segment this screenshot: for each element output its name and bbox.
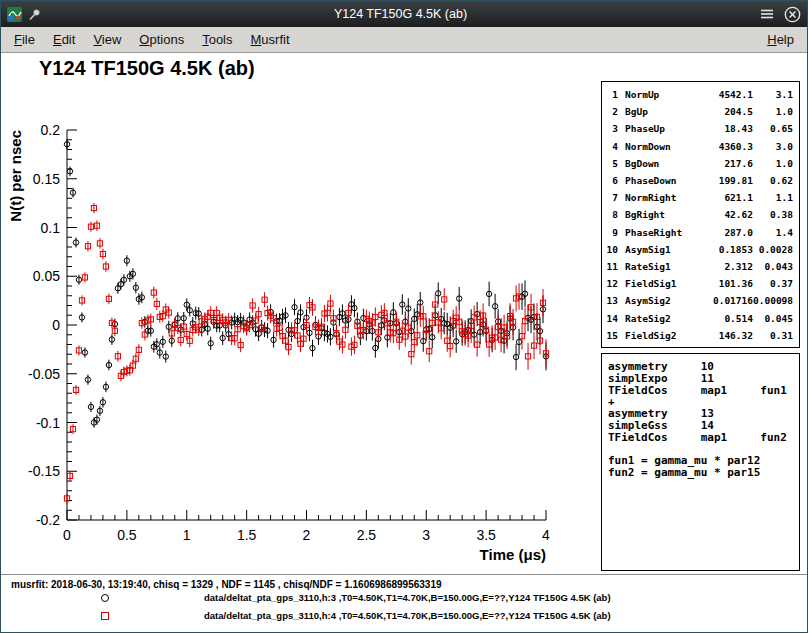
pin-icon[interactable] [28,8,41,21]
param-value: 4360.3 [701,141,753,152]
param-no: 7 [602,192,618,203]
legend-row: data/deltat_pta_gps_3110,h:3 ,T0=4.50K,T… [1,591,807,607]
svg-text:1.5: 1.5 [237,527,257,543]
theory-line: TFieldCos map1 fun2 [608,432,799,444]
legend-text: data/deltat_pta_gps_3110,h:4 ,T0=4.50K,T… [204,610,611,621]
param-no: 6 [602,175,618,186]
param-error: 3.0 [753,141,795,152]
param-value: 4542.1 [701,89,753,100]
param-row: 12FieldSig1101.360.37 [602,275,799,292]
param-name: PhaseRight [625,227,701,238]
svg-text:0.15: 0.15 [33,171,60,187]
param-name: AsymSig2 [625,295,701,306]
window-title: Y124 TF150G 4.5K (ab) [41,7,760,21]
menu-options[interactable]: Options [130,28,193,51]
param-error: 1.1 [753,192,795,203]
param-name: BgRight [625,209,701,220]
param-no: 5 [602,158,618,169]
svg-text:N(t) per nsec: N(t) per nsec [7,130,24,222]
footer: musrfit: 2018-06-30, 13:19:40, chisq = 1… [1,574,807,633]
param-value: 42.62 [701,209,753,220]
param-name: PhaseDown [625,175,701,186]
menu-help[interactable]: Help [758,28,803,51]
svg-text:1: 1 [183,527,191,543]
main-content: Y124 TF150G 4.5K (ab) -0.2-0.15-0.1-0.05… [1,54,807,632]
close-icon[interactable] [784,6,801,23]
svg-text:0.05: 0.05 [33,268,60,284]
param-row: 2BgUp204.51.0 [602,103,799,120]
param-error: 0.62 [753,175,795,186]
param-row: 3PhaseUp18.430.65 [602,120,799,137]
param-no: 13 [602,295,618,306]
parameter-table: 1NormUp4542.13.12BgUp204.51.03PhaseUp18.… [601,81,800,348]
param-row: 10AsymSig10.18530.0028 [602,241,799,258]
svg-text:0.1: 0.1 [41,220,61,236]
svg-text:-0.2: -0.2 [36,512,60,528]
chart-canvas[interactable]: -0.2-0.15-0.1-0.0500.050.10.150.200.511.… [1,94,566,572]
param-name: NormDown [625,141,701,152]
svg-text:-0.05: -0.05 [28,366,60,382]
param-row: 11RateSig12.3120.043 [602,258,799,275]
param-no: 8 [602,209,618,220]
param-value: 18.43 [701,123,753,134]
param-name: AsymSig1 [625,244,701,255]
param-row: 5BgDown217.61.0 [602,155,799,172]
param-no: 10 [602,244,618,255]
param-value: 0.514 [701,313,753,324]
svg-text:-0.1: -0.1 [36,415,60,431]
param-name: RateSig1 [625,261,701,272]
param-no: 12 [602,278,618,289]
series-circle [64,139,548,427]
svg-text:Time (μs): Time (μs) [480,546,546,563]
titlebar-right [760,6,801,23]
param-no: 14 [602,313,618,324]
param-row: 13AsymSig20.017160.00098 [602,292,799,309]
param-value: 0.1853 [701,244,753,255]
menu-musrfit[interactable]: Musrfit [242,28,299,51]
param-error: 1.4 [753,227,795,238]
svg-text:2.5: 2.5 [357,527,377,543]
menu-tools[interactable]: Tools [193,28,241,51]
svg-text:0.2: 0.2 [41,122,61,138]
param-value: 287.0 [701,227,753,238]
svg-text:-0.15: -0.15 [28,463,60,479]
param-name: FieldSig1 [625,278,701,289]
app-icon[interactable] [7,7,22,22]
param-error: 0.31 [753,330,795,341]
param-no: 15 [602,330,618,341]
menu-edit[interactable]: Edit [44,28,84,51]
param-name: PhaseUp [625,123,701,134]
param-row: 7NormRight621.11.1 [602,189,799,206]
legend-row: data/deltat_pta_gps_3110,h:4 ,T0=4.50K,T… [1,609,807,625]
param-value: 199.81 [701,175,753,186]
svg-text:3: 3 [422,527,430,543]
param-value: 101.36 [701,278,753,289]
square-marker-icon [101,612,109,620]
theory-line: simpleGss 14 [608,420,799,432]
param-no: 1 [602,89,618,100]
param-name: BgDown [625,158,701,169]
param-no: 11 [602,261,618,272]
param-error: 0.0028 [753,244,795,255]
legend-text: data/deltat_pta_gps_3110,h:3 ,T0=4.50K,T… [204,592,611,603]
param-error: 1.0 [753,106,795,117]
titlebar[interactable]: Y124 TF150G 4.5K (ab) [1,1,807,27]
window-menu-icon[interactable] [760,8,774,20]
theory-line: simplExpo 11 [608,373,799,385]
svg-text:0.5: 0.5 [117,527,137,543]
param-error: 0.00098 [753,295,795,306]
series-square [64,203,548,503]
svg-text:3.5: 3.5 [476,527,496,543]
param-error: 3.1 [753,89,795,100]
param-value: 146.32 [701,330,753,341]
param-error: 0.65 [753,123,795,134]
param-no: 9 [602,227,618,238]
param-name: NormUp [625,89,701,100]
param-row: 1NormUp4542.13.1 [602,86,799,103]
param-error: 1.0 [753,158,795,169]
menu-file[interactable]: File [5,28,44,51]
menu-view[interactable]: View [84,28,130,51]
param-name: RateSig2 [625,313,701,324]
param-no: 2 [602,106,618,117]
param-name: NormRight [625,192,701,203]
